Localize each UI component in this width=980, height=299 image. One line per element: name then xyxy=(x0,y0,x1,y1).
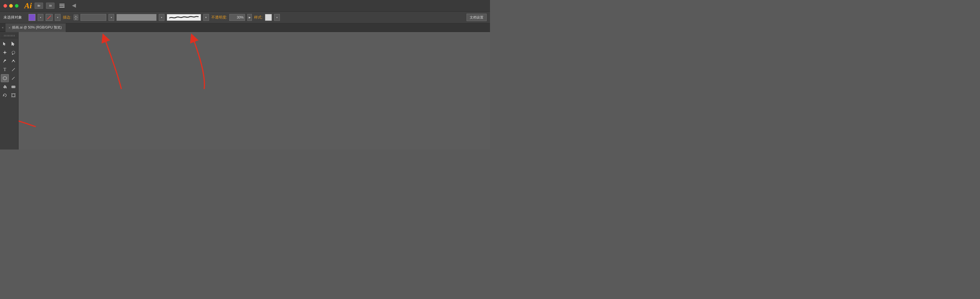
stroke-value-input[interactable] xyxy=(81,14,106,21)
svg-line-14 xyxy=(12,68,15,71)
tool-row-paint xyxy=(1,83,18,91)
opacity-arrow-annotation xyxy=(184,32,224,95)
svg-point-11 xyxy=(4,52,6,53)
stroke-value-dropdown[interactable]: ▾ xyxy=(108,14,114,21)
svg-marker-6 xyxy=(12,42,14,46)
fill-color-dropdown[interactable]: ▾ xyxy=(38,14,43,21)
polygon-arrow-annotation xyxy=(19,104,38,132)
brush-arrow-annotation xyxy=(99,32,150,95)
document-tab[interactable]: × 插画.ai @ 50% (RGB/GPU 预览) xyxy=(6,24,66,32)
close-button[interactable] xyxy=(3,4,7,8)
stock-icon-btn[interactable]: St xyxy=(46,3,54,9)
left-toolbar: T xyxy=(0,32,19,150)
ruler-marks xyxy=(4,35,14,36)
selection-tool[interactable] xyxy=(1,40,9,48)
maximize-button[interactable] xyxy=(15,4,19,8)
app-logo: Ai xyxy=(24,1,32,10)
stroke-icon[interactable] xyxy=(46,14,52,21)
stroke-label: 描边: xyxy=(63,15,72,20)
panel-collapse-btn[interactable]: « xyxy=(0,24,6,32)
bridge-icon-btn[interactable]: Br xyxy=(35,3,43,9)
ruler-corner xyxy=(0,33,18,38)
svg-point-13 xyxy=(13,60,14,61)
curvature-tool[interactable] xyxy=(10,57,18,65)
svg-line-17 xyxy=(12,79,13,80)
svg-rect-0 xyxy=(59,4,65,5)
style-label: 样式: xyxy=(254,15,263,20)
traffic-lights xyxy=(3,4,19,8)
paint-bucket-tool[interactable] xyxy=(1,83,9,91)
svg-rect-2 xyxy=(59,7,65,8)
eraser-tool[interactable] xyxy=(10,83,18,91)
minimize-button[interactable] xyxy=(9,4,13,8)
tool-row-transform xyxy=(1,91,18,99)
stroke-down[interactable]: ▼ xyxy=(74,17,78,20)
tool-row-text: T xyxy=(1,66,18,74)
stock-label: St xyxy=(49,4,52,7)
svg-marker-4 xyxy=(72,4,76,8)
text-tool[interactable]: T xyxy=(1,66,9,74)
text-tool-icon: T xyxy=(3,67,6,72)
workspace-icon-btn[interactable] xyxy=(57,2,67,9)
opacity-input[interactable]: 30% xyxy=(229,14,245,21)
svg-marker-15 xyxy=(3,76,6,80)
tool-row-pen xyxy=(1,57,18,65)
opacity-play-btn[interactable]: ▶ xyxy=(247,14,252,21)
style-dropdown[interactable]: ▾ xyxy=(274,14,280,21)
brush-dropdown[interactable]: ▾ xyxy=(203,14,209,21)
line-tool[interactable] xyxy=(10,66,18,74)
content-area: T xyxy=(0,32,490,150)
share-icon-btn[interactable] xyxy=(69,2,78,9)
doc-settings-button[interactable]: 文档设置 xyxy=(466,14,487,21)
polygon-tool[interactable] xyxy=(1,74,9,82)
tool-row-selection xyxy=(1,40,18,48)
rotate-tool[interactable] xyxy=(1,91,9,99)
stroke-spinbox[interactable]: ▲ ▼ xyxy=(74,14,78,20)
svg-line-16 xyxy=(12,77,14,79)
unselected-label: 未选择对象 xyxy=(3,15,26,20)
stroke-style-input[interactable] xyxy=(116,14,156,21)
style-swatch[interactable] xyxy=(265,14,272,21)
canvas-area xyxy=(19,32,490,150)
tab-bar: « × 插画.ai @ 50% (RGB/GPU 预览) xyxy=(0,24,490,32)
pen-tool[interactable] xyxy=(1,57,9,65)
fill-color-swatch[interactable] xyxy=(29,14,35,21)
title-bar: Ai Br St xyxy=(0,0,490,11)
svg-rect-20 xyxy=(12,94,15,97)
bridge-label: Br xyxy=(37,4,40,7)
direct-selection-tool[interactable] xyxy=(10,40,18,48)
lasso-tool[interactable] xyxy=(10,49,18,57)
artboard-tool[interactable] xyxy=(10,91,18,99)
opacity-label: 不透明度: xyxy=(211,15,227,20)
stroke-style-dropdown[interactable]: ▾ xyxy=(159,14,164,21)
tab-title: 插画.ai @ 50% (RGB/GPU 预览) xyxy=(12,25,62,30)
tool-row-shape xyxy=(1,74,18,82)
magic-wand-tool[interactable] xyxy=(1,49,9,57)
options-bar: 未选择对象 ▾ ▾ 描边: ▲ ▼ ▾ ▾ ▾ 不透明度: 30% ▶ 样式: … xyxy=(0,11,490,24)
svg-point-12 xyxy=(5,60,6,61)
tool-row-wand xyxy=(1,49,18,57)
tab-close-btn[interactable]: × xyxy=(9,26,10,29)
pencil-tool[interactable] xyxy=(10,74,18,82)
svg-marker-5 xyxy=(3,42,6,46)
stroke-dropdown[interactable]: ▾ xyxy=(55,14,60,21)
brush-preview[interactable] xyxy=(167,14,201,21)
collapse-icon: « xyxy=(2,26,4,29)
stroke-up[interactable]: ▲ xyxy=(74,14,78,17)
svg-rect-18 xyxy=(12,86,15,88)
